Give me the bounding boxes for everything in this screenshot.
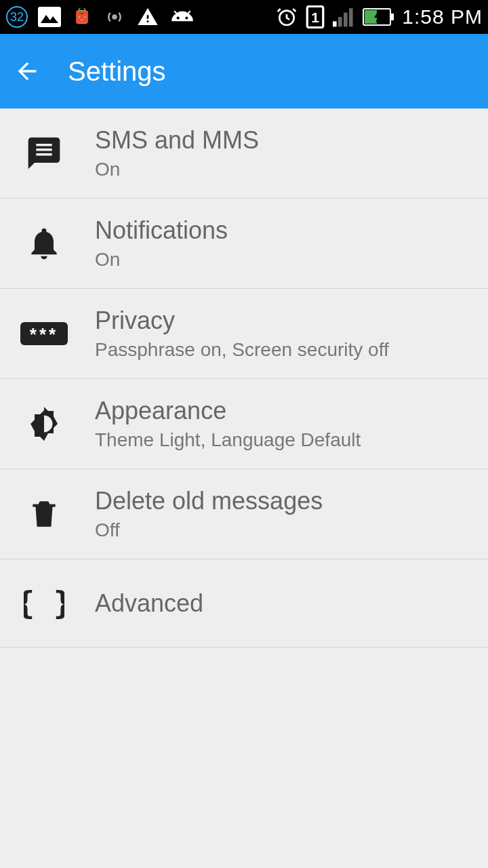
trash-icon: [14, 495, 75, 533]
svg-rect-16: [349, 8, 353, 26]
warning-icon: [136, 6, 160, 28]
password-icon: ***: [14, 322, 75, 345]
wifi-signal-icon: [103, 7, 126, 27]
item-title: Privacy: [95, 307, 389, 335]
item-title: Delete old messages: [95, 487, 323, 515]
brightness-icon: [14, 403, 75, 444]
battery-charging-icon: [363, 8, 394, 26]
status-clock: 1:58 PM: [402, 5, 483, 28]
android-face-icon: [169, 7, 195, 27]
item-title: Advanced: [95, 589, 203, 618]
item-title: Appearance: [95, 397, 361, 425]
status-left: 32: [5, 5, 195, 28]
bell-icon: [14, 224, 75, 262]
svg-text:***: ***: [30, 324, 58, 344]
svg-rect-14: [338, 17, 342, 26]
status-bar: 32: [0, 0, 488, 34]
svg-point-7: [112, 14, 117, 20]
settings-item-advanced[interactable]: { } Advanced: [0, 559, 488, 648]
item-subtitle: Passphrase on, Screen security off: [95, 339, 389, 361]
svg-text:32: 32: [10, 10, 24, 24]
alarm-icon: [276, 6, 298, 28]
svg-point-8: [177, 17, 180, 20]
notification-badge-icon: 32: [5, 5, 28, 28]
svg-rect-15: [344, 13, 348, 27]
back-button[interactable]: [14, 58, 41, 85]
app-bar: Settings: [0, 34, 488, 108]
sim-icon: 1: [306, 5, 325, 28]
cell-signal-icon: [333, 7, 354, 27]
braces-icon: { }: [14, 587, 75, 620]
image-icon: [38, 7, 61, 27]
settings-item-appearance[interactable]: Appearance Theme Light, Language Default: [0, 379, 488, 469]
svg-point-9: [185, 17, 188, 20]
item-title: Notifications: [95, 216, 228, 245]
item-subtitle: On: [95, 159, 259, 180]
svg-rect-2: [38, 7, 61, 27]
settings-list: SMS and MMS On Notifications On *** Priv…: [0, 108, 488, 648]
item-subtitle: Off: [95, 519, 323, 541]
settings-item-notifications[interactable]: Notifications On: [0, 199, 488, 289]
item-subtitle: Theme Light, Language Default: [95, 429, 361, 451]
settings-item-delete-old[interactable]: Delete old messages Off: [0, 469, 488, 559]
item-title: SMS and MMS: [95, 126, 259, 155]
message-icon: [14, 134, 75, 172]
settings-item-sms-mms[interactable]: SMS and MMS On: [0, 108, 488, 199]
status-right: 1 1:58 PM: [276, 5, 483, 28]
svg-text:1: 1: [311, 9, 319, 25]
item-subtitle: On: [95, 249, 228, 271]
svg-rect-13: [333, 21, 337, 26]
page-title: Settings: [68, 56, 166, 87]
android-debug-icon: [70, 5, 94, 28]
svg-text:{ }: { }: [24, 587, 64, 620]
settings-item-privacy[interactable]: *** Privacy Passphrase on, Screen securi…: [0, 289, 488, 379]
svg-rect-18: [391, 14, 394, 20]
